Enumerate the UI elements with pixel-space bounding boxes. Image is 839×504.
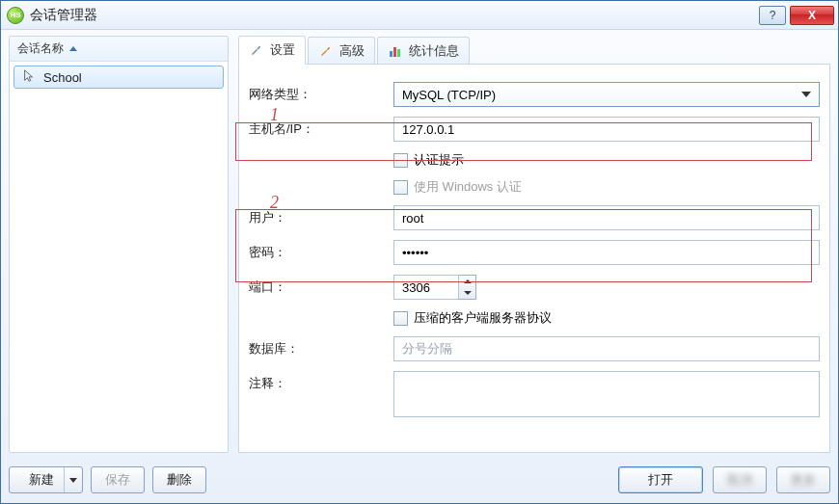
session-list-header-label: 会话名称 <box>17 40 64 57</box>
open-button[interactable]: 打开 <box>618 466 703 493</box>
sort-asc-icon <box>69 46 77 51</box>
help-button[interactable]: ? <box>759 6 786 25</box>
host-input[interactable] <box>393 117 820 142</box>
window-title: 会话管理器 <box>30 7 755 24</box>
nettype-value: MySQL (TCP/IP) <box>402 88 496 102</box>
checkbox-icon <box>393 311 408 326</box>
svg-rect-0 <box>390 51 392 57</box>
checkbox-icon <box>393 153 408 168</box>
close-button[interactable]: X <box>790 6 834 25</box>
label-database: 数据库： <box>249 340 393 358</box>
app-icon: HS <box>7 7 24 24</box>
tab-content-settings: 网络类型： MySQL (TCP/IP) 主机名/IP： 认证提示 <box>238 65 830 453</box>
database-input[interactable] <box>393 336 820 361</box>
dialog-footer: 新建 保存 删除 打开 取消 更多 <box>9 466 830 493</box>
compress-field[interactable]: 压缩的客户端服务器协议 <box>393 309 820 327</box>
svg-rect-2 <box>397 49 400 57</box>
label-comment: 注释： <box>249 371 393 392</box>
footer-button-2[interactable]: 更多 <box>776 466 830 493</box>
session-manager-window: HS 会话管理器 ? X 会话名称 School <box>0 0 839 504</box>
cursor-icon <box>22 69 36 86</box>
delete-button[interactable]: 删除 <box>152 466 206 493</box>
user-input[interactable] <box>393 205 820 230</box>
new-button[interactable]: 新建 <box>9 466 83 493</box>
save-button: 保存 <box>91 466 145 493</box>
label-user: 用户： <box>249 209 393 226</box>
chevron-down-icon <box>65 467 82 492</box>
session-item[interactable]: School <box>14 66 224 89</box>
checkbox-icon <box>393 180 408 195</box>
winauth-field: 使用 Windows 认证 <box>393 178 820 196</box>
tab-settings[interactable]: 设置 <box>238 36 306 65</box>
wrench-orange-icon <box>318 43 334 59</box>
main-panel: 设置 高级 统计信息 网络类型： <box>238 36 830 453</box>
tabstrip: 设置 高级 统计信息 <box>238 36 830 65</box>
tab-label: 设置 <box>270 41 295 59</box>
tab-label: 统计信息 <box>409 42 459 60</box>
svg-rect-1 <box>393 47 396 57</box>
new-button-label: 新建 <box>23 467 65 492</box>
titlebar: HS 会话管理器 ? X <box>1 1 838 30</box>
chevron-down-icon <box>801 92 811 97</box>
port-spinner[interactable] <box>459 275 476 300</box>
auth-prompt-label: 认证提示 <box>414 151 464 169</box>
label-port: 端口： <box>249 279 393 296</box>
tab-stats[interactable]: 统计信息 <box>377 37 470 64</box>
tab-advanced[interactable]: 高级 <box>308 37 375 64</box>
nettype-dropdown[interactable]: MySQL (TCP/IP) <box>393 82 820 107</box>
chevron-down-icon <box>459 287 475 299</box>
comment-input[interactable] <box>393 371 820 417</box>
session-list-header[interactable]: 会话名称 <box>10 37 228 62</box>
footer-button-1[interactable]: 取消 <box>713 466 767 493</box>
winauth-label: 使用 Windows 认证 <box>414 178 522 196</box>
label-host: 主机名/IP： <box>249 120 393 138</box>
chevron-up-icon <box>459 276 475 287</box>
password-input[interactable] <box>393 240 820 265</box>
label-nettype: 网络类型： <box>249 86 393 103</box>
wrench-icon <box>249 42 264 58</box>
session-item-label: School <box>43 70 82 85</box>
auth-prompt-field[interactable]: 认证提示 <box>393 151 820 169</box>
tab-label: 高级 <box>339 42 365 60</box>
port-input[interactable] <box>393 275 459 300</box>
label-password: 密码： <box>249 244 393 261</box>
session-list-panel: 会话名称 School <box>9 36 229 453</box>
compress-label: 压缩的客户端服务器协议 <box>414 309 552 327</box>
chart-icon <box>388 43 403 59</box>
session-list: School <box>10 62 228 452</box>
